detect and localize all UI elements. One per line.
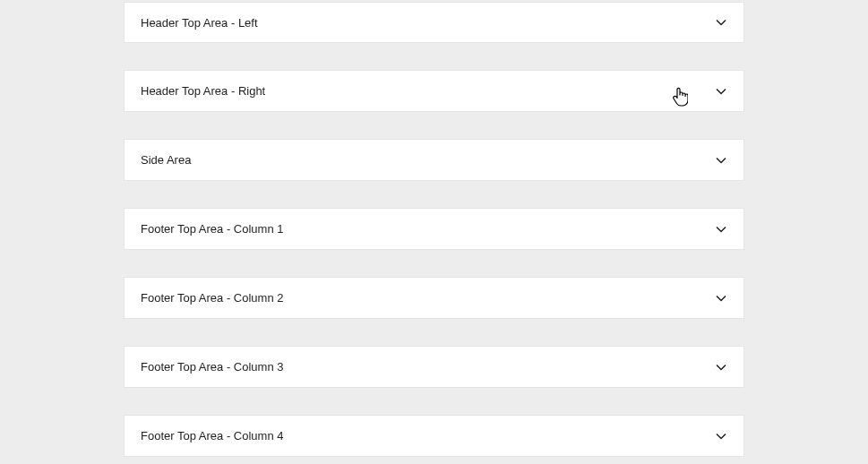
panel-footer-top-col-2[interactable]: Footer Top Area - Column 2 — [124, 277, 744, 319]
widget-areas-list: Header Top Area - Left Header Top Area -… — [0, 0, 868, 457]
chevron-down-icon — [715, 223, 727, 236]
panel-label: Footer Top Area - Column 1 — [141, 222, 283, 236]
panel-header-top-right[interactable]: Header Top Area - Right — [124, 70, 744, 112]
panel-header-top-left[interactable]: Header Top Area - Left — [124, 2, 744, 43]
panel-label: Header Top Area - Right — [141, 84, 265, 98]
panel-footer-top-col-1[interactable]: Footer Top Area - Column 1 — [124, 208, 744, 250]
panel-label: Footer Top Area - Column 4 — [141, 429, 283, 443]
panel-label: Header Top Area - Left — [141, 16, 258, 30]
panel-label: Footer Top Area - Column 3 — [141, 360, 283, 374]
panel-footer-top-col-3[interactable]: Footer Top Area - Column 3 — [124, 346, 744, 388]
chevron-down-icon — [715, 361, 727, 374]
chevron-down-icon — [715, 430, 727, 443]
panel-footer-top-col-4[interactable]: Footer Top Area - Column 4 — [124, 415, 744, 457]
panel-side-area[interactable]: Side Area — [124, 139, 744, 181]
chevron-down-icon — [715, 292, 727, 305]
chevron-down-icon — [715, 16, 727, 29]
chevron-down-icon — [715, 154, 727, 167]
panel-label: Footer Top Area - Column 2 — [141, 291, 283, 305]
chevron-down-icon — [715, 85, 727, 98]
panel-label: Side Area — [141, 153, 191, 167]
